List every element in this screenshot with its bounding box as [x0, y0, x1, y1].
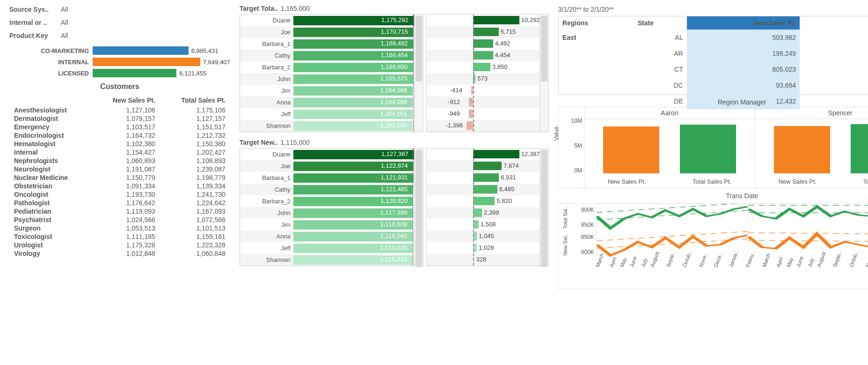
target-row[interactable]: Duane1,127,387 — [240, 149, 414, 160]
target-row[interactable]: Barbara_11,121,931 — [240, 172, 414, 184]
target-row[interactable]: Cathy1,121,485 — [240, 184, 414, 195]
bar-value: 1,117,399 — [380, 209, 408, 216]
person-name: Jeff — [240, 111, 293, 118]
scrollbar[interactable] — [540, 149, 548, 266]
target-row[interactable]: Barbara_21,168,850 — [240, 61, 414, 73]
scrollbar[interactable] — [414, 15, 423, 132]
table-row[interactable]: Anesthesiologist1,127,1061,175,106 — [9, 106, 230, 114]
table-row[interactable]: Hematologist1,102,3801,150,380 — [9, 140, 230, 148]
table-row[interactable]: Neurologist1,191,0871,239,087 — [9, 165, 230, 173]
delta-row[interactable]: 12,387 — [427, 149, 540, 160]
target-total-delta[interactable]: 10,2925,7154,4924,4543,850573-414-912-94… — [426, 14, 549, 132]
delta-row[interactable]: 573 — [427, 73, 540, 85]
trans-date-chart[interactable]: Total Sal..900K850KNew Sal..850K800K Mar… — [558, 203, 868, 289]
table-row[interactable]: AR198,249206,313 — [559, 45, 868, 61]
region-state-table[interactable]: RegionsStateNew Sales Pt.Total Sales Pt.… — [558, 16, 868, 95]
manager-name: Spencer — [755, 107, 868, 119]
target-row[interactable]: Barbara_11,169,492 — [240, 38, 414, 50]
delta-row[interactable]: 10,292 — [427, 15, 540, 26]
table-row[interactable]: Urologist1,175,3281,223,328 — [9, 241, 230, 249]
target-row[interactable]: Jeff1,116,028 — [240, 242, 414, 254]
column-header[interactable]: New Sales Pt. — [92, 95, 160, 106]
target-row[interactable]: Jeff1,164,051 — [240, 108, 414, 120]
delta-row[interactable]: 4,454 — [427, 50, 540, 61]
target-row[interactable]: John1,165,573 — [240, 73, 414, 85]
target-row[interactable]: Shannon1,115,328 — [240, 254, 414, 266]
y-axis-label: Value — [553, 127, 560, 141]
column-header[interactable]: State — [634, 16, 686, 30]
target-total-bars[interactable]: Duane1,175,292Joe1,170,715Barbara_11,169… — [240, 14, 423, 132]
table-row[interactable]: Nephrologists1,060,8931,108,893 — [9, 156, 230, 165]
table-row[interactable]: Obstetrician1,091,3341,139,334 — [9, 182, 230, 190]
target-row[interactable]: Shannon1,163,604 — [240, 120, 414, 132]
customers-table[interactable]: New Sales Pt.Total Sales Pt. Anesthesiol… — [9, 95, 230, 258]
delta-row[interactable]: 328 — [427, 254, 540, 266]
table-row[interactable]: Surgeon1,053,5131,101,513 — [9, 224, 230, 232]
target-row[interactable]: Anna1,164,088 — [240, 97, 414, 108]
table-row[interactable]: Oncologist1,193,7301,241,730 — [9, 190, 230, 199]
region-manager-chart[interactable]: Value 10M 5M 0M AaronNew Sales Pt.Total … — [558, 107, 868, 188]
column-header[interactable]: New Sales Pt. — [687, 16, 800, 30]
delta-row[interactable]: -949 — [427, 108, 540, 120]
delta-row[interactable]: 3,850 — [427, 61, 540, 73]
target-new-bars[interactable]: Duane1,127,387Joe1,122,674Barbara_11,121… — [240, 148, 423, 266]
target-row[interactable]: Cathy1,169,454 — [240, 50, 414, 61]
table-row[interactable]: DE12,43213,344 — [559, 93, 868, 109]
delta-row[interactable]: 7,674 — [427, 160, 540, 172]
category-bar-row[interactable]: CO-MARKETING6,985,431 — [9, 45, 230, 56]
filter-source-sys[interactable]: Source Sys.. All — [9, 3, 230, 16]
target-row[interactable]: Jim1,116,508 — [240, 219, 414, 231]
table-row[interactable]: Endocrinologist1,164,7321,212,732 — [9, 131, 230, 140]
table-row[interactable]: Toxicologist1,111,1851,159,161 — [9, 232, 230, 241]
delta-row[interactable]: -1,396 — [427, 120, 540, 132]
filter-internal-or[interactable]: Internal or .. All — [9, 16, 230, 29]
table-row[interactable]: Pediatrician1,119,0931,167,093 — [9, 207, 230, 216]
column-header[interactable] — [9, 95, 92, 106]
target-row[interactable]: John1,117,399 — [240, 207, 414, 219]
target-row[interactable]: Jim1,164,586 — [240, 85, 414, 97]
category-bar-row[interactable]: LICENSED6,121,455 — [9, 67, 230, 79]
table-row[interactable]: EastAL503,982524,478 — [559, 30, 868, 45]
column-header[interactable]: Total Sales Pt. — [800, 16, 868, 30]
delta-row[interactable]: 4,492 — [427, 38, 540, 50]
delta-row[interactable]: 5,715 — [427, 26, 540, 38]
target-row[interactable]: Barbara_21,120,820 — [240, 195, 414, 207]
scrollbar[interactable] — [414, 149, 423, 266]
delta-value: -414 — [450, 87, 462, 94]
table-row[interactable]: DC93,68497,212 — [559, 77, 868, 93]
delta-row[interactable]: 2,399 — [427, 207, 540, 219]
bar-value: 1,121,485 — [380, 186, 408, 193]
table-row[interactable]: Internal1,154,4271,202,427 — [9, 148, 230, 156]
column-header[interactable]: Regions — [559, 16, 634, 30]
table-row[interactable]: Nuclear Medicine1,150,7791,198,779 — [9, 173, 230, 182]
target-row[interactable]: Duane1,175,292 — [240, 15, 414, 26]
table-row[interactable]: Psychiatrist1,024,5661,072,566 — [9, 216, 230, 224]
bar-value: 1,163,604 — [380, 122, 407, 129]
target-row[interactable]: Joe1,170,715 — [240, 26, 414, 38]
table-row[interactable]: Pathologist1,176,6421,224,642 — [9, 199, 230, 207]
delta-row[interactable]: -414 — [427, 85, 540, 97]
scrollbar[interactable] — [540, 15, 548, 132]
category-sales-chart[interactable]: CO-MARKETING6,985,431INTERNAL7,849,407LI… — [9, 45, 230, 79]
delta-row[interactable]: 6,485 — [427, 184, 540, 195]
delta-row[interactable]: 5,820 — [427, 195, 540, 207]
target-row[interactable]: Anna1,116,045 — [240, 231, 414, 242]
manager-bar — [851, 124, 868, 173]
target-new-delta[interactable]: 12,3877,6746,9316,4855,8202,3991,5081,04… — [426, 148, 549, 266]
column-header[interactable]: Total Sales Pt. — [160, 95, 230, 106]
table-row[interactable]: CT805,023836,919 — [559, 61, 868, 77]
delta-row[interactable]: -912 — [427, 97, 540, 108]
category-bar-row[interactable]: INTERNAL7,849,407 — [9, 56, 230, 67]
delta-value: -949 — [448, 110, 460, 117]
delta-row[interactable]: 1,508 — [427, 219, 540, 231]
filter-product-key[interactable]: Product Key All — [9, 29, 230, 42]
bar-value: 1,127,387 — [381, 150, 408, 157]
delta-row[interactable]: 1,028 — [427, 242, 540, 254]
table-row[interactable]: Dermatologist1,079,1571,127,157 — [9, 114, 230, 123]
person-name: Joe — [240, 29, 293, 36]
table-row[interactable]: Emergency1,103,5171,151,517 — [9, 123, 230, 131]
delta-row[interactable]: 6,931 — [427, 172, 540, 184]
target-row[interactable]: Joe1,122,674 — [240, 160, 414, 172]
table-row[interactable]: Virology1,012,8481,060,848 — [9, 249, 230, 258]
delta-row[interactable]: 1,045 — [427, 231, 540, 242]
